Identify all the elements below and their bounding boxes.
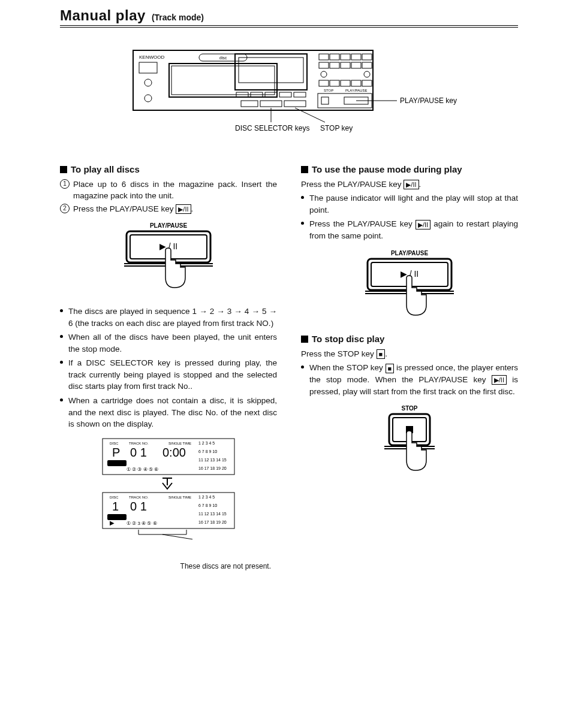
page-header: Manual play (Track mode): [60, 7, 518, 28]
right-column: To use the pause mode during play Press …: [301, 159, 518, 582]
heading-pause-mode: To use the pause mode during play: [301, 163, 518, 176]
svg-rect-24: [330, 62, 339, 68]
svg-text:11 12 13 14 15: 11 12 13 14 15: [198, 512, 227, 516]
svg-text:0 1: 0 1: [130, 446, 147, 459]
svg-rect-14: [294, 92, 306, 97]
svg-text:0:00: 0:00: [162, 446, 186, 459]
illus-label: PLAY/PAUSE: [150, 222, 188, 229]
svg-text:PLAY/PAUSE: PLAY/PAUSE: [345, 89, 367, 92]
svg-point-2: [144, 79, 152, 86]
svg-text:SINGLE  TIME: SINGLE TIME: [168, 496, 191, 499]
play-pause-key-icon: ▶/II: [176, 204, 191, 214]
display-illustration: DISC TRACK NO. SINGLE TIME P 0 1 0:00 1 …: [60, 436, 277, 572]
svg-rect-27: [362, 62, 372, 68]
svg-text:16 17 18 19 20: 16 17 18 19 20: [198, 520, 227, 524]
svg-line-75: [162, 534, 192, 539]
svg-rect-30: [319, 80, 329, 86]
svg-rect-26: [351, 62, 361, 68]
bullet-skip-disc: When a cartridge does not contain a disc…: [60, 395, 277, 430]
svg-rect-56: [107, 460, 127, 466]
bullet-pause-indicator: The pause indicator will light and the p…: [301, 192, 518, 216]
svg-text:DISC: DISC: [110, 442, 119, 445]
heading-text: To play all discs: [71, 163, 140, 176]
label-disc-selector-keys: DISC SELECTOR keys: [235, 124, 309, 132]
svg-rect-8: [235, 54, 307, 90]
svg-rect-25: [341, 62, 350, 68]
svg-rect-13: [279, 92, 291, 97]
svg-text:0 1: 0 1: [130, 500, 147, 513]
stop-illustration: STOP: [301, 403, 518, 479]
svg-rect-32: [341, 80, 350, 86]
play-pause-key-icon: ▶/II: [492, 375, 507, 385]
svg-text:1: 1: [112, 500, 119, 513]
svg-rect-17: [284, 101, 306, 107]
heading-play-all-discs: To play all discs: [60, 163, 277, 176]
svg-text:① ② ③ ④ ⑤ ⑥: ① ② ③ ④ ⑤ ⑥: [127, 467, 158, 472]
svg-text:11 12 13 14 15: 11 12 13 14 15: [198, 458, 227, 462]
device-diagram: KENWOOD disc: [60, 46, 518, 141]
page-title: Manual play: [60, 7, 146, 24]
svg-text:TRACK  NO.: TRACK NO.: [129, 496, 149, 499]
bullet-stop-mode: When all of the discs have been played, …: [60, 331, 277, 355]
svg-text:1  2  3  4  5: 1 2 3 4 5: [198, 495, 215, 499]
page-subtitle: (Track mode): [152, 13, 204, 22]
svg-text:① ②  3  ④ ⑤ ⑥: ① ② 3 ④ ⑤ ⑥: [127, 521, 157, 526]
left-column: To play all discs 1Place up to 6 discs i…: [60, 159, 277, 582]
svg-text:6  7  8  9  10: 6 7 8 9 10: [198, 503, 217, 508]
svg-rect-19: [330, 54, 339, 60]
bullet-disc-selector: If a DISC SELECTOR key is pressed during…: [60, 357, 277, 392]
stop-key-icon: ■: [386, 364, 395, 373]
svg-rect-34: [362, 80, 372, 86]
svg-text:STOP: STOP: [401, 405, 417, 412]
press-stop-line: Press the STOP key ■.: [301, 348, 518, 360]
svg-rect-20: [341, 54, 350, 60]
step-2-text-a: Press the PLAY/PAUSE key: [73, 204, 176, 213]
svg-text:disc: disc: [219, 56, 227, 60]
svg-text:SINGLE  TIME: SINGLE TIME: [168, 442, 191, 445]
label-playpause-key: PLAY/PAUSE key: [400, 96, 457, 105]
svg-text:PLAY/PAUSE: PLAY/PAUSE: [391, 250, 429, 256]
svg-text:P: P: [112, 446, 120, 459]
play-pause-key-icon: ▶/II: [404, 180, 419, 189]
svg-rect-15: [241, 101, 258, 107]
svg-rect-22: [362, 54, 372, 60]
svg-text:6  7  8  9  10: 6 7 8 9 10: [198, 449, 217, 454]
device-svg: KENWOOD disc: [97, 46, 481, 141]
svg-text:TRACK  NO.: TRACK NO.: [129, 442, 149, 445]
svg-point-28: [321, 71, 327, 77]
svg-rect-9: [239, 58, 303, 83]
step-2-text-b: .: [191, 204, 194, 213]
svg-rect-31: [330, 80, 339, 86]
heading-stop-play: To stop disc play: [301, 333, 518, 346]
display-caption: These discs are not present.: [60, 561, 277, 572]
svg-text:16 17 18 19 20: 16 17 18 19 20: [198, 466, 227, 470]
svg-rect-36: [321, 97, 329, 104]
brand-text: KENWOOD: [139, 55, 164, 60]
svg-rect-21: [351, 54, 361, 60]
press-playpause-line: Press the PLAY/PAUSE key ▶/II.: [301, 179, 518, 191]
svg-rect-33: [351, 80, 361, 86]
bullet-sequence: The discs are played in sequence 1 → 2 →…: [60, 306, 277, 329]
label-stop-key: STOP key: [320, 124, 353, 132]
svg-rect-1: [139, 62, 157, 73]
svg-text:STOP: STOP: [324, 89, 333, 92]
svg-rect-16: [260, 101, 282, 107]
playpause-illustration-right: PLAY/PAUSE ▶ / II: [301, 248, 518, 324]
playpause-illustration-left: PLAY/PAUSE ▶ / II: [60, 220, 277, 296]
step-1-text: Place up to 6 discs in the magazine pack…: [73, 180, 277, 201]
heading-text: To stop disc play: [312, 333, 384, 346]
svg-rect-18: [319, 54, 329, 60]
bullet-stop-once: When the STOP key ■ is pressed once, the…: [301, 362, 518, 397]
svg-rect-23: [319, 62, 329, 68]
stop-key-icon: ■: [377, 349, 386, 359]
svg-text:DISC: DISC: [110, 496, 119, 499]
svg-text:1  2  3  4  5: 1 2 3 4 5: [198, 441, 215, 445]
step-1: 1Place up to 6 discs in the magazine pac…: [60, 179, 277, 202]
play-pause-key-icon: ▶/II: [416, 220, 430, 229]
bullet-restart: Press the PLAY/PAUSE key ▶/II again to r…: [301, 218, 518, 241]
heading-text: To use the pause mode during play: [312, 163, 462, 176]
svg-point-29: [364, 71, 370, 77]
svg-point-3: [144, 95, 152, 102]
svg-text:▶: ▶: [110, 519, 115, 526]
step-2: 2 Press the PLAY/PAUSE key ▶/II.: [60, 203, 277, 215]
